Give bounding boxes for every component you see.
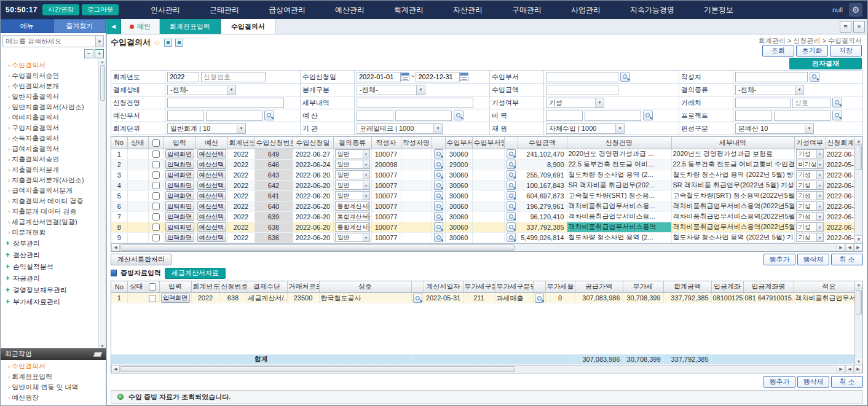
pane-left-icon[interactable]: ◀ [845, 244, 854, 251]
decision-type-select[interactable]: -전체-▾ [735, 85, 804, 95]
budget-select-button[interactable]: 예산선택 [197, 233, 226, 242]
search-icon[interactable] [507, 170, 516, 179]
pane-right-icon[interactable]: ▶ [854, 365, 862, 373]
decision-type-cell-select[interactable]: 일반▾ [335, 233, 370, 242]
merge-invoice-button[interactable]: 계산서통합처리 [111, 254, 172, 265]
item-code-input[interactable] [546, 111, 583, 121]
budget-select-button[interactable]: 예산선택 [197, 212, 226, 221]
input-screen-button[interactable]: 입력화면 [165, 222, 194, 232]
project-name-input[interactable] [774, 111, 831, 121]
cancel-button[interactable]: 취 소 [831, 254, 863, 265]
sidebar-group-item[interactable]: +자금관리 [1, 273, 98, 284]
sidebar-item[interactable]: ›지출결의서분개 [1, 165, 98, 175]
refresh-icon[interactable] [175, 39, 183, 47]
journal-type-select[interactable]: -전체-▾ [357, 85, 425, 95]
budget-select-button[interactable]: 예산선택 [197, 222, 226, 232]
vendor-name-input[interactable] [792, 98, 831, 108]
search-icon[interactable] [413, 294, 422, 303]
top-menu-item[interactable]: 급상여관리 [254, 5, 320, 15]
menu-search-dropdown-icon[interactable]: ▼ [95, 36, 103, 47]
budget-select-button[interactable]: 예산선택 [197, 191, 226, 200]
budget-type-select[interactable]: 본예산 10▾ [735, 123, 814, 134]
scroll-right-icon[interactable]: ▶ [837, 365, 845, 373]
recent-item[interactable]: ›수입결의서 [1, 361, 106, 372]
search-icon[interactable] [434, 181, 443, 190]
grid2-vertical-scrollbar[interactable]: ▲ ▼ [854, 281, 862, 365]
search-icon[interactable] [832, 98, 842, 107]
pay-status-select[interactable]: -전체-▾ [167, 85, 236, 95]
search-icon[interactable] [454, 111, 464, 120]
search-icon[interactable] [507, 149, 516, 158]
org-select[interactable]: 코레일테크 | 1000▾ [357, 123, 443, 134]
income-dept-input[interactable] [546, 72, 618, 82]
table-row[interactable]: 1 입력화면 2022 638 세금계산서/... 23500 한국철도공사 [111, 293, 854, 303]
table-row[interactable]: 8 입력화면 예산선택 2022 638 2022-06-20 통합계산서▾ [111, 222, 854, 232]
grid1-vertical-scrollbar[interactable]: ▲ ▼ [854, 137, 862, 243]
search-icon[interactable] [507, 191, 516, 200]
input-screen-button[interactable]: 입력화면 [165, 212, 194, 221]
gisung-cell-select[interactable]: 기성▾ [796, 212, 824, 221]
search-icon[interactable] [434, 191, 443, 200]
input-screen-button[interactable]: 입력화면 [165, 201, 194, 211]
gisung-cell-select[interactable]: 기성▾ [796, 170, 824, 179]
decision-type-cell-select[interactable]: 일반▾ [335, 170, 370, 179]
search-icon[interactable] [810, 72, 819, 82]
gisung-cell-select[interactable]: 기성▾ [796, 201, 824, 211]
search-icon[interactable] [264, 111, 274, 120]
row-checkbox[interactable] [152, 224, 160, 231]
decision-type-cell-select[interactable]: 통합계산서▾ [335, 222, 370, 232]
decision-type-cell-select[interactable]: 통합계산서▾ [335, 201, 370, 211]
decision-type-cell-select[interactable]: 통합계산서▾ [335, 212, 370, 221]
budget-select-button[interactable]: 예산선택 [197, 201, 226, 211]
top-menu-item[interactable]: 예산관리 [320, 5, 379, 15]
table-row[interactable]: 7 입력화면 예산선택 2022 639 2022-06-20 통합계산서▾ [111, 211, 854, 222]
expand-node-icon[interactable]: + [6, 274, 10, 283]
request-name-input[interactable] [167, 98, 284, 108]
input-screen-button[interactable]: 입력화면 [161, 294, 190, 303]
top-menu-item[interactable]: 자산관리 [438, 5, 497, 15]
search-icon[interactable] [535, 294, 544, 303]
row-checkbox[interactable] [152, 192, 160, 200]
fund-select[interactable]: 자체수입 | 1000▾ [546, 123, 625, 134]
scrollbar-thumb[interactable] [100, 65, 105, 101]
sidebar-item[interactable]: ›수입결의서분개 [1, 81, 98, 92]
top-menu-item[interactable]: 근태관리 [195, 5, 254, 15]
search-icon[interactable] [434, 212, 443, 221]
screen-info-icon[interactable] [164, 39, 172, 47]
sidebar-item[interactable]: ›수입결의서 [1, 60, 98, 71]
decision-type-cell-select[interactable]: 일반▾ [335, 149, 370, 158]
table-row[interactable]: 4 입력화면 예산선택 2022 642 2022-06-20 일반▾ [111, 180, 854, 190]
add-row-button[interactable]: 행추가 [763, 254, 795, 265]
sidebar-item[interactable]: ›지출결의서분개(사업소) [1, 175, 98, 185]
scroll-down-icon[interactable]: ▼ [855, 357, 862, 365]
top-menu-item[interactable]: 기본정보 [689, 5, 748, 15]
grid1-horizontal-scrollbar[interactable]: ◀ ▶ ◀ ▶ [111, 243, 862, 251]
scroll-right-icon[interactable]: ▶ [837, 244, 845, 251]
expand-all-button[interactable]: + [95, 49, 104, 58]
row-checkbox[interactable] [152, 171, 160, 179]
sidebar-item[interactable]: ›여비지출결의서 [1, 112, 98, 123]
sidebar-group-item[interactable]: +부가세자료관리 [1, 296, 98, 308]
scrollbar-thumb[interactable] [120, 244, 515, 251]
search-icon[interactable] [434, 160, 443, 169]
top-menu-item[interactable]: 인사관리 [136, 5, 195, 15]
input-screen-button[interactable]: 입력화면 [165, 191, 194, 200]
budget-dept-code-input[interactable] [167, 111, 204, 121]
budget-name-input[interactable] [395, 111, 452, 121]
expand-node-icon[interactable]: + [6, 297, 10, 306]
row-checkbox[interactable] [152, 150, 160, 158]
sidebar-group-item[interactable]: +장부관리 [1, 238, 98, 249]
tab-nav-back-icon[interactable]: ◀ [106, 19, 121, 34]
scroll-down-icon[interactable]: ▼ [100, 344, 105, 348]
item-name-input[interactable] [585, 111, 641, 121]
search-icon[interactable] [507, 222, 516, 232]
reset-button[interactable]: 초기화 [796, 45, 828, 57]
sidebar-item[interactable]: ›지출결의서승인 [1, 154, 98, 165]
scrollbar-thumb[interactable] [856, 146, 862, 170]
sidebar-item[interactable]: ›미분개현황 [1, 227, 98, 238]
top-menu-item[interactable]: 회계관리 [379, 5, 438, 15]
search-icon[interactable] [434, 149, 443, 158]
search-icon[interactable] [643, 111, 653, 120]
scroll-left-icon[interactable]: ◀ [111, 365, 120, 373]
clear-recent-icon[interactable] [93, 352, 103, 357]
